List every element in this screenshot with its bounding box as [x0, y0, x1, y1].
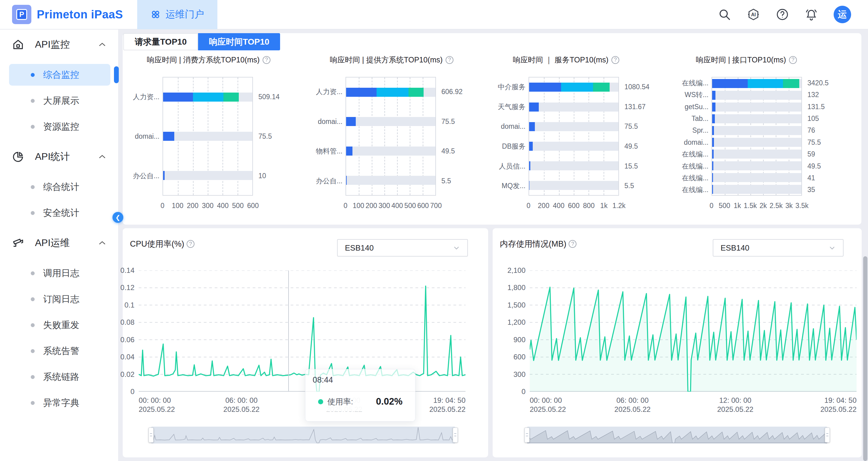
scrollbar-thumb[interactable]: [863, 256, 867, 461]
search-icon[interactable]: [718, 8, 731, 21]
home-icon: [12, 39, 24, 51]
bar-segment: [163, 132, 174, 141]
slider-handle-right[interactable]: [825, 428, 830, 442]
bar-segment: [346, 147, 352, 156]
sidebar-group-API统计[interactable]: API统计: [0, 142, 118, 172]
sidebar-item-综合监控[interactable]: 综合监控: [9, 64, 110, 86]
sidebar-item-大屏展示[interactable]: 大屏展示: [9, 90, 110, 112]
gridline: [544, 78, 545, 195]
bar-segment: [163, 171, 165, 180]
sidebar-item-label: 综合监控: [43, 69, 79, 81]
sidebar-group-label: API监控: [35, 38, 98, 51]
help-circle-icon[interactable]: ?: [789, 56, 797, 64]
bar-track: [529, 142, 618, 151]
sidebar-item-资源监控[interactable]: 资源监控: [9, 116, 110, 137]
logo-icon: P: [12, 5, 31, 24]
x-tick-label: 3.5k: [795, 202, 808, 210]
help-icon[interactable]: [776, 8, 789, 21]
help-circle-icon[interactable]: ?: [569, 240, 577, 248]
bar-value-label: 49.5: [807, 162, 821, 170]
x-tick-label: 400: [553, 202, 564, 210]
x-tick-label: 1.5k: [744, 202, 757, 210]
bar-track: [712, 138, 801, 147]
chevron-up-icon: [98, 239, 106, 247]
bar-value-label: 41: [807, 174, 815, 182]
sidebar-group-API运维[interactable]: API运维: [0, 228, 118, 258]
app-logo: P Primeton iPaaS: [0, 5, 137, 24]
memory-instance-select[interactable]: ESB140: [713, 239, 844, 256]
tab-请求量TOP10[interactable]: 请求量TOP10: [123, 33, 198, 50]
x-tick-label: 400: [391, 202, 403, 210]
bar-segment: [712, 114, 715, 123]
x-tick-label: 0: [527, 202, 531, 210]
ai-assistant-icon[interactable]: AI: [747, 8, 760, 21]
gridline: [589, 78, 589, 195]
y-tick-label: 0.12: [120, 283, 134, 292]
cpu-instance-select-value: ESB140: [345, 243, 453, 253]
bar-track: [346, 88, 435, 97]
bar-chart-title: 响应时间 ｜ 服务TOP10(ms): [513, 55, 609, 65]
cpu-usage-card: CPU使用率(%) ? ESB140 0.140.120.10.080.060.…: [123, 228, 488, 457]
help-circle-icon[interactable]: ?: [445, 56, 454, 64]
cpu-datazoom-slider[interactable]: [151, 427, 455, 443]
gridline: [603, 78, 604, 195]
bar-row-label: 办公自...: [316, 176, 342, 185]
notification-bell-icon[interactable]: [805, 8, 818, 21]
portal-tab[interactable]: 运维门户: [137, 0, 217, 29]
sidebar-item-系统链路[interactable]: 系统链路: [9, 366, 110, 388]
sidebar-item-失败重发[interactable]: 失败重发: [9, 314, 110, 336]
x-tick-label: 700: [430, 202, 442, 210]
tab-响应时间TOP10[interactable]: 响应时间TOP10: [198, 33, 280, 50]
x-tick-label: 500: [404, 202, 416, 210]
sidebar-item-订阅日志[interactable]: 订阅日志: [9, 288, 110, 310]
portal-tab-label: 运维门户: [165, 8, 204, 21]
bar-row-label: 中介服务: [498, 82, 526, 91]
bar-value-label: 132: [807, 91, 819, 99]
sidebar-item-安全统计[interactable]: 安全统计: [9, 202, 110, 224]
y-tick-label: 0: [130, 388, 134, 396]
bar-row-label: domai...: [501, 122, 526, 130]
bullet-dot-icon: [31, 401, 35, 405]
sidebar-group-API监控[interactable]: API监控: [0, 30, 118, 60]
bullet-dot-icon: [31, 271, 35, 275]
slider-handle-right[interactable]: [453, 428, 458, 442]
sidebar-item-系统告警[interactable]: 系统告警: [9, 340, 110, 362]
user-avatar[interactable]: 运: [834, 6, 851, 23]
bar-row-label: 在线编...: [682, 78, 709, 87]
bar-track: [712, 185, 801, 194]
x-tick-label: 300: [202, 202, 213, 210]
bar-segment: [377, 88, 408, 97]
sidebar-item-调用日志[interactable]: 调用日志: [9, 262, 110, 284]
cpu-instance-select[interactable]: ESB140: [337, 239, 468, 256]
bar-track: [346, 147, 435, 156]
sidebar-item-label: 异常字典: [43, 397, 79, 409]
bar-segment: [712, 138, 714, 147]
memory-instance-select-value: ESB140: [720, 243, 829, 253]
bullet-dot-icon: [31, 297, 35, 301]
slider-handle-left[interactable]: [149, 428, 154, 442]
help-circle-icon[interactable]: ?: [187, 240, 194, 248]
memory-datazoom-slider[interactable]: [527, 427, 827, 443]
x-tick-label: 00: 00: 002025.05.22: [530, 396, 566, 414]
bar-value-label: 75.5: [441, 117, 455, 125]
app-title: Primeton iPaaS: [37, 8, 123, 21]
bar-row-label: 在线编...: [682, 161, 709, 171]
bar-segment: [529, 142, 533, 151]
help-circle-icon[interactable]: ?: [262, 56, 271, 64]
help-circle-icon[interactable]: ?: [612, 56, 619, 64]
bar-segment: [712, 91, 715, 100]
sidebar-collapse-button[interactable]: ❮: [113, 212, 123, 223]
bar-segment: [712, 102, 715, 112]
gridline: [559, 78, 560, 195]
sidebar-item-异常字典[interactable]: 异常字典: [9, 392, 110, 414]
top10-tabs: 请求量TOP10响应时间TOP10: [123, 33, 280, 50]
bar-value-label: 1080.54: [624, 83, 649, 91]
bar-segment: [712, 79, 748, 88]
bar-track: [529, 102, 618, 112]
y-tick-label: 1,500: [507, 301, 526, 309]
y-tick-label: 0.06: [120, 336, 134, 344]
memory-chart-title: 内存使用情况(MB): [500, 239, 566, 249]
slider-handle-left[interactable]: [525, 428, 530, 442]
sidebar-item-综合统计[interactable]: 综合统计: [9, 176, 110, 198]
bar-row-label: 在线编...: [682, 185, 709, 194]
